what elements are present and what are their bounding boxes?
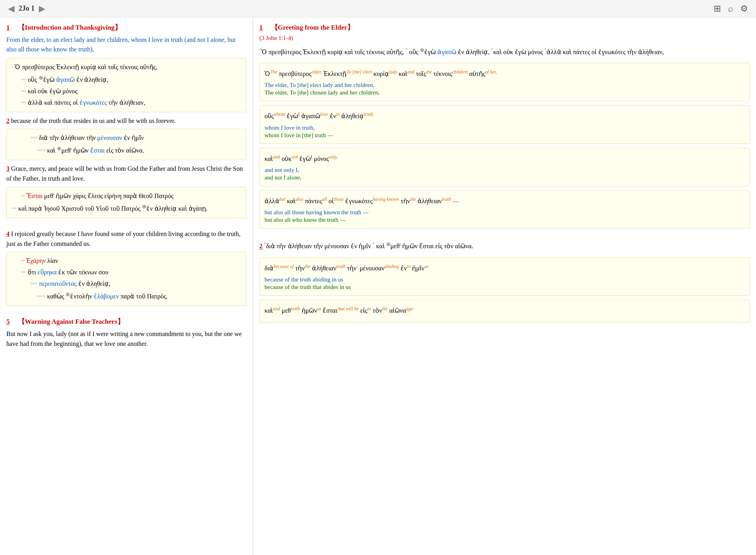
- columns-icon[interactable]: ⊞: [714, 4, 721, 14]
- greek-block-v3: °°Ἔσται μεθ' ἡμῶν χάρις ἔλεος εἰρήνη παρ…: [6, 187, 246, 218]
- left-panel[interactable]: 1 【Introduction and Thanksgiving】 From t…: [0, 17, 253, 555]
- ibox5-trans2: because of the truth that abides in us: [265, 284, 745, 291]
- settings-icon[interactable]: ⚙: [740, 4, 748, 14]
- ibox5-trans1: because of the truth abiding in us: [265, 276, 745, 283]
- greek-block-v4: °°Ἐχάρην λίαν °°°ὅτι εὕρηκα ἐκ τῶν τέκνω…: [6, 252, 246, 306]
- ibox6-greek: καὶand μεθ'with ἡμῶνus ἔσταιthat will be…: [265, 304, 745, 317]
- verse-num-5: 5: [6, 318, 10, 325]
- interlinear-box-4: ἀλλὰbut καὶalso πάντεςall οἱthose ἐγνωκό…: [259, 190, 750, 228]
- ibox4-greek: ἀλλὰbut καὶalso πάντεςall οἱthose ἐγνωκό…: [265, 194, 745, 208]
- greek-v3-line1: °°Ἔσται μεθ' ἡμῶν χάρις ἔλεος εἰρήνη παρ…: [21, 191, 241, 202]
- greek-block-v1: °Ὁ πρεσβύτερος Ἐκλεκτῇ κυρίᾳ καὶ τοῖς τέ…: [6, 58, 246, 112]
- rp-verse1-heading: 1 【Greeting from the Elder】: [259, 23, 750, 32]
- greek-v2-line2: °°°°°καὶ ⊕μεθ' ἡμῶν ἔσται εἰς τὸν αἰῶνα.: [37, 144, 241, 157]
- greek-v1-line3: °°°καὶ οὐκ ἐγὼ μόνος: [21, 86, 241, 97]
- ibox2-trans1: whom I love in truth,: [265, 125, 745, 131]
- right-panel[interactable]: 1 【Greeting from the Elder】 (3 John 1:1-…: [253, 17, 756, 555]
- nav-title: 2Jo 1: [19, 4, 35, 13]
- verse-intro-text: From the elder, to an elect lady and her…: [6, 35, 246, 54]
- ibox2-trans2: whom I love in [the] truth —: [265, 132, 745, 139]
- greek-v4-line2: °°°ὅτι εὕρηκα ἐκ τῶν τέκνων σου: [21, 267, 241, 278]
- greek-v4-line3: °°°°περιπατοῦντας ἐν ἀληθείᾳ,: [30, 278, 241, 290]
- ibox3-greek: καὶand οὐκnot ἐγὼI μόνοςonly,: [265, 152, 745, 165]
- eng-verse2: 2 because of the truth that resides in u…: [6, 116, 246, 126]
- nav-left: ◀ 2Jo 1 ▶: [8, 4, 45, 14]
- rp-greek-main-v2: 2 ᴾδιὰ τὴν ἀλήθειαν τὴν μένουσαν ἐν ἡμῖν…: [259, 240, 750, 252]
- forward-button[interactable]: ▶: [39, 4, 45, 14]
- rp-ref-link[interactable]: (3 John 1:1-4): [259, 35, 293, 41]
- interlinear-box-6: καὶand μεθ'with ἡμῶνus ἔσταιthat will be…: [259, 300, 750, 323]
- search-icon[interactable]: ⌕: [728, 4, 733, 14]
- nav-right: ⊞ ⌕ ⚙: [714, 4, 748, 14]
- greek-block-v2: °°°°διὰ τὴν ἀλήθειαν τὴν μένουσαν ἐν ἡμῖ…: [6, 129, 246, 160]
- verse-num-1: 1: [6, 24, 10, 31]
- ibox3-trans1: and not only I,: [265, 167, 745, 174]
- left-section5-heading: 5 【Warning Against False Teachers】: [6, 317, 246, 326]
- nav-bar: ◀ 2Jo 1 ▶ ⊞ ⌕ ⚙: [0, 0, 756, 17]
- interlinear-box-1: ὉThe πρεσβύτεροςelder, ἘκλεκτῇTo [the] e…: [259, 63, 750, 101]
- verse-num-3: 3: [6, 165, 9, 172]
- ibox4-trans1: but also all those having known the trut…: [265, 209, 745, 216]
- eng-verse3: 3 Grace, mercy, and peace will be with u…: [6, 164, 246, 184]
- greek-v1-line2: °°°οὓς ⊕ἐγὼ ἀγαπῶ ἐν ἀληθείᾳ,: [21, 73, 241, 86]
- eng-verse5-intro: But now I ask you, lady (not as if I wer…: [6, 329, 246, 349]
- content-area: 1 【Introduction and Thanksgiving】 From t…: [0, 17, 756, 555]
- rp-greek-main-v1: ᴾὉ πρεσβύτερος Ἐκλεκτῇ κυρίᾳ καὶ τοῖς τέ…: [259, 45, 750, 58]
- greek-v3-line2: °°°καὶ παρὰ Ἰησοῦ Χριστοῦ τοῦ Υἱοῦ τοῦ Π…: [11, 202, 241, 215]
- ibox1-greek: ὉThe πρεσβύτεροςelder, ἘκλεκτῇTo [the] e…: [265, 67, 745, 80]
- interlinear-box-5: διὰbecause of τὴνthe ἀλήθειανtruth τὴν- …: [259, 257, 750, 296]
- ibox2-greek: οὓςwhom ἐγὼI ἀγαπῶlove ἐνin ἀληθείᾳtruth…: [265, 109, 745, 123]
- rp-verse-num-1: 1: [259, 24, 263, 31]
- eng-verse4: 4 I rejoiced greatly because I have foun…: [6, 229, 246, 249]
- ibox4-trans2: but also all who know the truth —: [265, 217, 745, 223]
- greek-v1-line1: °Ὁ πρεσβύτερος Ἐκλεκτῇ κυρίᾳ καὶ τοῖς τέ…: [11, 62, 241, 73]
- rp-ref[interactable]: (3 John 1:1-4): [259, 34, 750, 42]
- rp-section-heading: 【Greeting from the Elder】: [265, 24, 354, 31]
- rp-verse-num-2: 2: [259, 243, 263, 250]
- verse-num-2: 2: [6, 117, 9, 124]
- back-button[interactable]: ◀: [8, 4, 15, 14]
- ibox1-trans1: The elder, To [the] elect lady and her c…: [265, 82, 745, 89]
- interlinear-box-2: οὓςwhom ἐγὼI ἀγαπῶlove ἐνin ἀληθείᾳtruth…: [259, 105, 750, 143]
- left-section1-heading: 1 【Introduction and Thanksgiving】: [6, 23, 246, 32]
- greek-v4-line4: °°°°°καθὼς ⊕ἐντολὴν ἐλάβομεν παρὰ τοῦ Πα…: [37, 290, 241, 302]
- ibox3-trans2: and not I alone,: [265, 174, 745, 181]
- ibox5-greek: διὰbecause of τὴνthe ἀλήθειανtruth τὴν- …: [265, 262, 745, 275]
- ibox1-trans2: The elder, To [the] chosen lady and her …: [265, 89, 745, 96]
- interlinear-box-3: καὶand οὐκnot ἐγὼI μόνοςonly, and not on…: [259, 148, 750, 186]
- greek-v2-line1: °°°°διὰ τὴν ἀλήθειαν τὴν μένουσαν ἐν ἡμῖ…: [30, 132, 241, 144]
- greek-v4-line1: °°Ἐχάρην λίαν: [21, 255, 241, 267]
- verse-num-4: 4: [6, 230, 9, 237]
- greek-v1-line4: °°°ἀλλὰ καὶ πάντες οἱ ἐγνωκότες τὴν ἀλήθ…: [21, 97, 241, 109]
